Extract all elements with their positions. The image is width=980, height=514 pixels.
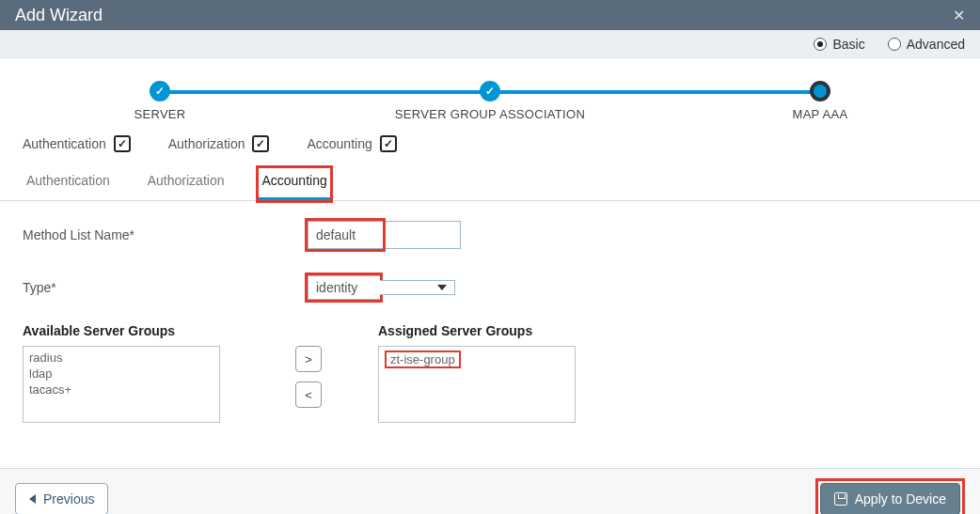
assigned-groups-title: Assigned Server Groups xyxy=(378,323,576,338)
tab-authentication[interactable]: Authentication xyxy=(23,167,114,200)
authorization-checkbox[interactable]: Authorization ✓ xyxy=(168,135,270,152)
available-groups-col: Available Server Groups radius ldap taca… xyxy=(23,323,220,423)
step-map-aaa: MAP AAA xyxy=(698,81,942,121)
checkbox-label: Accounting xyxy=(307,136,371,151)
list-item[interactable]: radius xyxy=(29,350,213,366)
arrow-left-icon xyxy=(29,494,36,504)
assigned-groups-listbox[interactable]: zt-ise-group xyxy=(378,346,576,423)
mode-advanced-label: Advanced xyxy=(907,37,965,52)
previous-button[interactable]: Previous xyxy=(15,483,108,514)
move-left-button[interactable]: < xyxy=(295,382,322,408)
checkbox-icon: ✓ xyxy=(114,135,131,152)
step-server-group: SERVER GROUP ASSOCIATION xyxy=(368,81,612,121)
type-label: Type* xyxy=(23,280,305,295)
server-groups-shuttle: Available Server Groups radius ldap taca… xyxy=(23,323,957,423)
accounting-checkbox[interactable]: Accounting ✓ xyxy=(307,135,396,152)
modal-title: Add Wizard xyxy=(15,6,103,25)
method-list-name-label: Method List Name* xyxy=(23,227,305,242)
highlight-box: Apply to Device xyxy=(815,478,965,514)
aaa-checkbox-row: Authentication ✓ Authorization ✓ Account… xyxy=(0,135,980,158)
step-label: SERVER GROUP ASSOCIATION xyxy=(368,107,612,121)
apply-label: Apply to Device xyxy=(855,491,946,506)
apply-to-device-button[interactable]: Apply to Device xyxy=(820,483,960,514)
check-icon xyxy=(480,81,500,101)
row-method-list-name: Method List Name* xyxy=(23,218,957,252)
type-value: identity xyxy=(316,280,357,295)
list-item[interactable]: tacacs+ xyxy=(29,382,213,398)
checkbox-label: Authorization xyxy=(168,136,245,151)
checkbox-label: Authentication xyxy=(23,136,106,151)
mode-basic-radio[interactable]: Basic xyxy=(814,37,864,52)
step-label: SERVER xyxy=(38,107,282,121)
list-item[interactable]: zt-ise-group xyxy=(385,350,461,368)
type-select-value[interactable]: identity xyxy=(308,275,380,300)
mode-basic-label: Basic xyxy=(832,37,864,52)
row-type: Type* identity xyxy=(23,273,957,303)
step-label: MAP AAA xyxy=(698,107,942,121)
radio-icon xyxy=(814,38,827,51)
list-item[interactable]: ldap xyxy=(29,366,213,382)
assigned-groups-col: Assigned Server Groups zt-ise-group xyxy=(378,323,576,423)
highlight-box xyxy=(305,218,386,252)
chevron-down-icon xyxy=(437,285,447,290)
available-groups-listbox[interactable]: radius ldap tacacs+ xyxy=(23,346,220,423)
type-select[interactable] xyxy=(380,280,455,295)
checkbox-icon: ✓ xyxy=(380,135,397,152)
method-list-name-input[interactable] xyxy=(308,221,383,249)
tab-accounting[interactable]: Accounting xyxy=(258,167,330,201)
close-icon[interactable]: ✕ xyxy=(953,7,965,24)
wizard-stepper: SERVER SERVER GROUP ASSOCIATION MAP AAA xyxy=(38,81,942,128)
available-groups-title: Available Server Groups xyxy=(23,323,220,338)
step-server: SERVER xyxy=(38,81,282,121)
mode-advanced-radio[interactable]: Advanced xyxy=(888,37,965,52)
radio-icon xyxy=(888,38,901,51)
accounting-form: Method List Name* Type* identity Availab… xyxy=(0,201,980,440)
aaa-tabs: Authentication Authorization Accounting xyxy=(0,158,980,201)
checkbox-icon: ✓ xyxy=(252,135,269,152)
shuttle-buttons: > < xyxy=(295,346,322,408)
current-step-icon xyxy=(810,81,830,101)
modal-header: Add Wizard ✕ xyxy=(0,0,980,30)
check-icon xyxy=(150,81,170,101)
tab-authorization[interactable]: Authorization xyxy=(144,167,229,200)
move-right-button[interactable]: > xyxy=(295,346,322,372)
method-list-name-input-ext[interactable] xyxy=(386,221,461,249)
highlight-box: identity xyxy=(305,273,383,303)
mode-bar: Basic Advanced xyxy=(0,30,980,58)
authentication-checkbox[interactable]: Authentication ✓ xyxy=(23,135,131,152)
save-icon xyxy=(834,492,847,506)
wizard-footer: Previous Apply to Device xyxy=(0,468,980,514)
previous-label: Previous xyxy=(43,491,94,506)
